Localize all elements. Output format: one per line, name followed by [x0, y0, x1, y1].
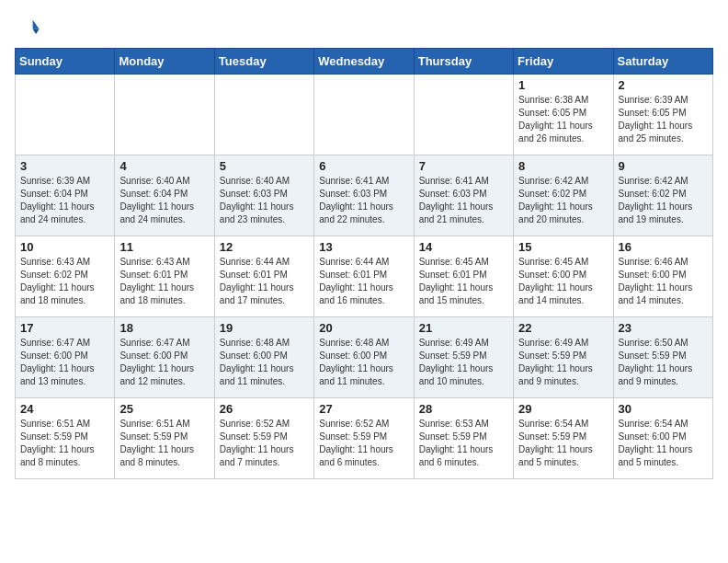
- logo: [15, 15, 44, 40]
- day-cell: 14Sunrise: 6:45 AMSunset: 6:01 PMDayligh…: [414, 236, 513, 317]
- day-cell: 26Sunrise: 6:52 AMSunset: 5:59 PMDayligh…: [214, 398, 313, 479]
- day-info: Sunrise: 6:39 AMSunset: 6:04 PMDaylight:…: [20, 175, 109, 226]
- day-cell: 24Sunrise: 6:51 AMSunset: 5:59 PMDayligh…: [16, 398, 115, 479]
- day-info: Sunrise: 6:49 AMSunset: 5:59 PMDaylight:…: [518, 337, 608, 388]
- day-number: 23: [619, 321, 708, 335]
- day-info: Sunrise: 6:44 AMSunset: 6:01 PMDaylight:…: [319, 256, 408, 307]
- day-info: Sunrise: 6:40 AMSunset: 6:03 PMDaylight:…: [220, 175, 309, 226]
- day-cell: [314, 75, 414, 155]
- weekday-header-sunday: Sunday: [16, 49, 115, 75]
- day-cell: 13Sunrise: 6:44 AMSunset: 6:01 PMDayligh…: [314, 236, 414, 317]
- day-number: 29: [518, 402, 608, 416]
- day-cell: 2Sunrise: 6:39 AMSunset: 6:05 PMDaylight…: [613, 75, 712, 155]
- day-number: 4: [119, 159, 209, 173]
- day-cell: 6Sunrise: 6:41 AMSunset: 6:03 PMDaylight…: [314, 155, 414, 236]
- day-info: Sunrise: 6:45 AMSunset: 6:01 PMDaylight:…: [419, 256, 508, 307]
- day-info: Sunrise: 6:42 AMSunset: 6:02 PMDaylight:…: [518, 175, 608, 226]
- day-cell: 4Sunrise: 6:40 AMSunset: 6:04 PMDaylight…: [115, 155, 214, 236]
- day-cell: 1Sunrise: 6:38 AMSunset: 6:05 PMDaylight…: [514, 75, 613, 155]
- logo-icon: [15, 15, 40, 40]
- day-cell: 8Sunrise: 6:42 AMSunset: 6:02 PMDaylight…: [514, 155, 613, 236]
- day-number: 14: [419, 240, 508, 254]
- day-number: 3: [20, 159, 109, 173]
- day-number: 9: [619, 159, 708, 173]
- day-number: 28: [419, 402, 508, 416]
- day-info: Sunrise: 6:48 AMSunset: 6:00 PMDaylight:…: [220, 337, 309, 388]
- day-number: 15: [518, 240, 608, 254]
- day-info: Sunrise: 6:46 AMSunset: 6:00 PMDaylight:…: [619, 256, 708, 307]
- day-number: 27: [319, 402, 408, 416]
- svg-marker-1: [33, 29, 40, 34]
- weekday-header-monday: Monday: [115, 49, 214, 75]
- day-cell: 12Sunrise: 6:44 AMSunset: 6:01 PMDayligh…: [214, 236, 313, 317]
- day-info: Sunrise: 6:51 AMSunset: 5:59 PMDaylight:…: [20, 418, 109, 469]
- day-cell: 23Sunrise: 6:50 AMSunset: 5:59 PMDayligh…: [613, 317, 712, 398]
- day-number: 22: [518, 321, 608, 335]
- day-cell: 7Sunrise: 6:41 AMSunset: 6:03 PMDaylight…: [414, 155, 513, 236]
- day-info: Sunrise: 6:48 AMSunset: 6:00 PMDaylight:…: [319, 337, 408, 388]
- day-cell: 9Sunrise: 6:42 AMSunset: 6:02 PMDaylight…: [613, 155, 712, 236]
- day-cell: [16, 75, 115, 155]
- day-cell: [214, 75, 313, 155]
- weekday-header-tuesday: Tuesday: [214, 49, 313, 75]
- day-number: 24: [20, 402, 109, 416]
- day-cell: 25Sunrise: 6:51 AMSunset: 5:59 PMDayligh…: [115, 398, 214, 479]
- day-cell: 17Sunrise: 6:47 AMSunset: 6:00 PMDayligh…: [16, 317, 115, 398]
- day-info: Sunrise: 6:44 AMSunset: 6:01 PMDaylight:…: [220, 256, 309, 307]
- day-cell: 18Sunrise: 6:47 AMSunset: 6:00 PMDayligh…: [115, 317, 214, 398]
- weekday-header-friday: Friday: [514, 49, 613, 75]
- day-number: 30: [619, 402, 708, 416]
- day-info: Sunrise: 6:41 AMSunset: 6:03 PMDaylight:…: [419, 175, 508, 226]
- day-number: 11: [119, 240, 209, 254]
- day-number: 8: [518, 159, 608, 173]
- day-number: 2: [619, 78, 708, 92]
- day-cell: 11Sunrise: 6:43 AMSunset: 6:01 PMDayligh…: [115, 236, 214, 317]
- day-number: 13: [319, 240, 408, 254]
- day-number: 5: [220, 159, 309, 173]
- day-number: 20: [319, 321, 408, 335]
- day-info: Sunrise: 6:51 AMSunset: 5:59 PMDaylight:…: [119, 418, 209, 469]
- week-row-4: 17Sunrise: 6:47 AMSunset: 6:00 PMDayligh…: [16, 317, 713, 398]
- week-row-1: 1Sunrise: 6:38 AMSunset: 6:05 PMDaylight…: [16, 75, 713, 155]
- day-info: Sunrise: 6:45 AMSunset: 6:00 PMDaylight:…: [518, 256, 608, 307]
- day-info: Sunrise: 6:39 AMSunset: 6:05 PMDaylight:…: [619, 94, 708, 145]
- day-info: Sunrise: 6:52 AMSunset: 5:59 PMDaylight:…: [220, 418, 309, 469]
- page-header: [15, 15, 713, 40]
- day-number: 7: [419, 159, 508, 173]
- day-cell: 28Sunrise: 6:53 AMSunset: 5:59 PMDayligh…: [414, 398, 513, 479]
- week-row-5: 24Sunrise: 6:51 AMSunset: 5:59 PMDayligh…: [16, 398, 713, 479]
- day-info: Sunrise: 6:53 AMSunset: 5:59 PMDaylight:…: [419, 418, 508, 469]
- day-info: Sunrise: 6:41 AMSunset: 6:03 PMDaylight:…: [319, 175, 408, 226]
- svg-marker-0: [33, 20, 40, 29]
- weekday-header-row: SundayMondayTuesdayWednesdayThursdayFrid…: [16, 49, 713, 75]
- day-info: Sunrise: 6:47 AMSunset: 6:00 PMDaylight:…: [119, 337, 209, 388]
- day-cell: 20Sunrise: 6:48 AMSunset: 6:00 PMDayligh…: [314, 317, 414, 398]
- weekday-header-wednesday: Wednesday: [314, 49, 414, 75]
- day-cell: 27Sunrise: 6:52 AMSunset: 5:59 PMDayligh…: [314, 398, 414, 479]
- day-number: 6: [319, 159, 408, 173]
- day-number: 1: [518, 78, 608, 92]
- day-number: 21: [419, 321, 508, 335]
- weekday-header-saturday: Saturday: [613, 49, 712, 75]
- day-info: Sunrise: 6:40 AMSunset: 6:04 PMDaylight:…: [119, 175, 209, 226]
- day-number: 16: [619, 240, 708, 254]
- day-cell: 16Sunrise: 6:46 AMSunset: 6:00 PMDayligh…: [613, 236, 712, 317]
- day-info: Sunrise: 6:47 AMSunset: 6:00 PMDaylight:…: [20, 337, 109, 388]
- day-cell: [115, 75, 214, 155]
- day-info: Sunrise: 6:43 AMSunset: 6:02 PMDaylight:…: [20, 256, 109, 307]
- day-info: Sunrise: 6:38 AMSunset: 6:05 PMDaylight:…: [518, 94, 608, 145]
- day-cell: 22Sunrise: 6:49 AMSunset: 5:59 PMDayligh…: [514, 317, 613, 398]
- calendar: SundayMondayTuesdayWednesdayThursdayFrid…: [15, 48, 713, 479]
- week-row-3: 10Sunrise: 6:43 AMSunset: 6:02 PMDayligh…: [16, 236, 713, 317]
- day-cell: 21Sunrise: 6:49 AMSunset: 5:59 PMDayligh…: [414, 317, 513, 398]
- day-cell: 15Sunrise: 6:45 AMSunset: 6:00 PMDayligh…: [514, 236, 613, 317]
- day-cell: [414, 75, 513, 155]
- day-info: Sunrise: 6:54 AMSunset: 6:00 PMDaylight:…: [619, 418, 708, 469]
- day-info: Sunrise: 6:43 AMSunset: 6:01 PMDaylight:…: [119, 256, 209, 307]
- day-cell: 19Sunrise: 6:48 AMSunset: 6:00 PMDayligh…: [214, 317, 313, 398]
- weekday-header-thursday: Thursday: [414, 49, 513, 75]
- day-cell: 3Sunrise: 6:39 AMSunset: 6:04 PMDaylight…: [16, 155, 115, 236]
- day-info: Sunrise: 6:50 AMSunset: 5:59 PMDaylight:…: [619, 337, 708, 388]
- day-number: 10: [20, 240, 109, 254]
- day-number: 19: [220, 321, 309, 335]
